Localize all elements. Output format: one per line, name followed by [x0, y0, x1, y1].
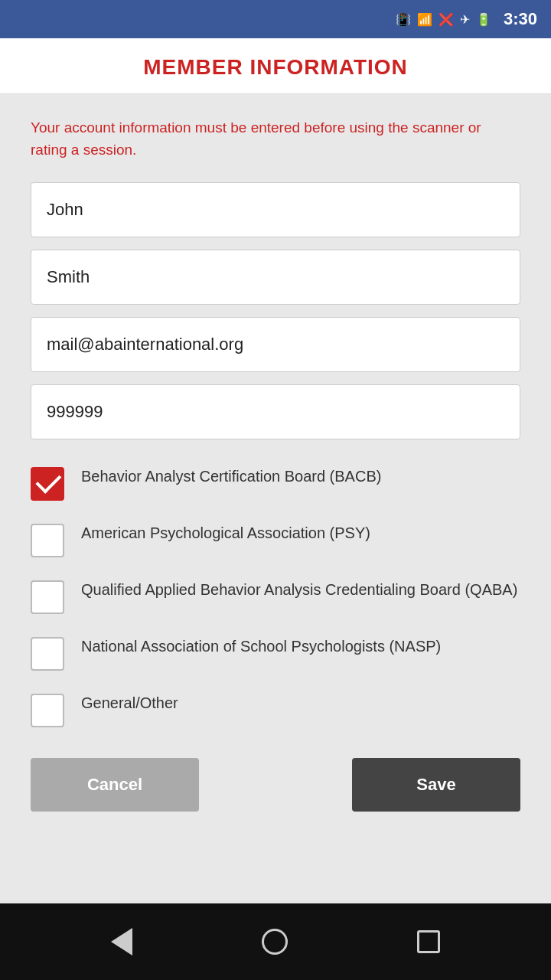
checkbox-psy-label: American Psychological Association (PSY) — [81, 522, 520, 544]
email-input[interactable] — [31, 317, 520, 372]
checkbox-bacb-label: Behavior Analyst Certification Board (BA… — [81, 466, 520, 487]
back-button[interactable] — [111, 928, 132, 956]
warning-message: Your account information must be entered… — [31, 117, 520, 161]
bottom-nav — [0, 903, 551, 980]
battery-icon: 🔋 — [476, 12, 491, 27]
checkbox-qaba-label: Qualified Applied Behavior Analysis Cred… — [81, 579, 520, 600]
home-button[interactable] — [262, 929, 288, 955]
status-bar: 📳 📶 ❌ ✈ 🔋 3:30 — [0, 0, 551, 38]
status-time: 3:30 — [504, 9, 537, 29]
checkbox-bacb[interactable]: Behavior Analyst Certification Board (BA… — [31, 466, 520, 501]
checkbox-psy[interactable]: American Psychological Association (PSY) — [31, 522, 520, 557]
checkbox-other[interactable]: General/Other — [31, 692, 520, 727]
checkbox-nasp-box[interactable] — [31, 637, 64, 671]
home-icon — [262, 929, 288, 955]
recents-icon — [417, 930, 440, 953]
checkboxes-section: Behavior Analyst Certification Board (BA… — [31, 466, 520, 727]
buttons-row: Cancel Save — [31, 758, 520, 812]
checkbox-nasp[interactable]: National Association of School Psycholog… — [31, 635, 520, 671]
no-sim-icon: ❌ — [439, 12, 454, 27]
first-name-input[interactable] — [31, 182, 520, 237]
main-content: Your account information must be entered… — [0, 94, 551, 903]
cancel-button[interactable]: Cancel — [31, 758, 199, 812]
checkbox-bacb-box[interactable] — [31, 467, 64, 501]
page-header: MEMBER INFORMATION — [0, 38, 551, 94]
vibrate-icon: 📳 — [396, 12, 411, 27]
checkbox-qaba[interactable]: Qualified Applied Behavior Analysis Cred… — [31, 579, 520, 614]
checkbox-psy-box[interactable] — [31, 524, 64, 557]
recents-button[interactable] — [417, 930, 440, 953]
last-name-input[interactable] — [31, 250, 520, 305]
airplane-icon: ✈ — [460, 12, 470, 27]
checkbox-other-label: General/Other — [81, 692, 520, 714]
member-id-input[interactable] — [31, 384, 520, 439]
save-button[interactable]: Save — [352, 758, 520, 812]
back-icon — [111, 928, 132, 956]
checkbox-other-box[interactable] — [31, 694, 64, 727]
page-title: MEMBER INFORMATION — [15, 55, 536, 80]
wifi-icon: 📶 — [417, 12, 432, 27]
checkbox-qaba-box[interactable] — [31, 580, 64, 614]
checkbox-nasp-label: National Association of School Psycholog… — [81, 635, 520, 657]
